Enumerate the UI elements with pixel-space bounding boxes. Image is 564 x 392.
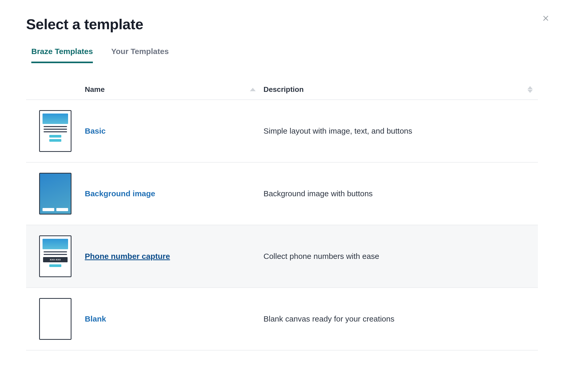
close-icon [541,14,550,23]
template-link-basic[interactable]: Basic [85,127,106,135]
templates-table: Name Description [26,78,538,351]
column-header-name[interactable]: Name [85,85,105,94]
table-row[interactable]: Basic Simple layout with image, text, an… [26,100,538,163]
table-header: Name Description [26,78,538,100]
tab-your-templates[interactable]: Your Templates [111,47,169,63]
template-link-blank[interactable]: Blank [85,314,106,323]
template-description: Blank canvas ready for your creations [263,314,538,323]
table-row[interactable]: Blank Blank canvas ready for your creati… [26,288,538,351]
modal-title: Select a template [26,16,538,33]
svg-marker-1 [527,86,533,89]
tabs: Braze Templates Your Templates [26,47,538,63]
template-description: Background image with buttons [263,189,538,198]
template-link-phone-number-capture[interactable]: Phone number capture [85,252,170,260]
select-template-modal: Select a template Braze Templates Your T… [0,0,564,361]
column-header-description[interactable]: Description [263,85,304,94]
svg-marker-2 [527,90,533,93]
template-description: Simple layout with image, text, and butt… [263,127,538,135]
template-thumbnail-background-image [39,173,71,215]
template-description: Collect phone numbers with ease [263,252,538,261]
template-thumbnail-phone-capture: XXX-XXX [39,235,71,277]
svg-marker-0 [250,88,256,91]
sort-asc-icon [250,88,256,91]
table-row[interactable]: Background image Background image with b… [26,163,538,225]
thumbnail-input-label: XXX-XXX [43,257,68,262]
table-row[interactable]: XXX-XXX Phone number capture Collect pho… [26,225,538,288]
tab-braze-templates[interactable]: Braze Templates [31,47,93,63]
close-button[interactable] [541,13,551,23]
sort-both-icon [527,86,533,93]
template-thumbnail-basic [39,110,71,152]
template-thumbnail-blank [39,298,71,340]
template-link-background-image[interactable]: Background image [85,189,155,198]
